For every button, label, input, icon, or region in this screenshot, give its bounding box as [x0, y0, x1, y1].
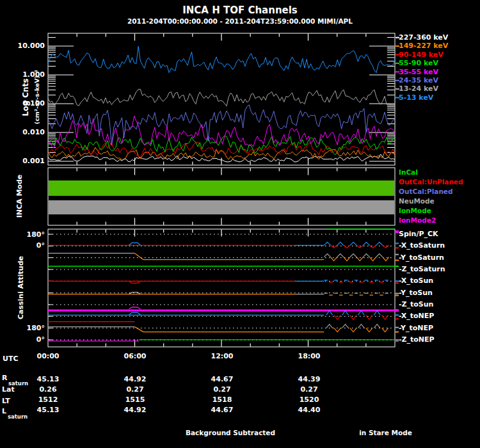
legend-att-x-nep: -X_toNEP [399, 310, 445, 322]
legend-att-y-sun: -Y_toSun [399, 287, 445, 299]
legend-att-z-sun: -Z_toSun [399, 299, 445, 310]
legend-att-z-saturn: -Z_toSaturn [399, 264, 445, 275]
mode-legend: InCal OutCal:UnPlaned OutCal:Planed NeuM… [399, 168, 463, 225]
inca-tof-plot-window: INCA H TOF Channels 2011-204T00:00:00.00… [0, 0, 480, 448]
utc-tick-0600: 06:00 [109, 352, 161, 360]
table-cell: 44.40 [284, 406, 335, 414]
legend-mode-incal: InCal [399, 168, 463, 177]
table-row-sublabel-lsaturn: saturn [8, 413, 28, 420]
attitude-ytick-0-top: 0° [8, 241, 45, 250]
attitude-ytick-180-bot: 180° [8, 324, 45, 332]
legend-channel-35-55: 35-55 keV [399, 68, 448, 76]
table-cell: 1518 [196, 396, 248, 404]
legend-channel-90-149: 90-149 keV [399, 51, 448, 59]
table-cell: 0.27 [196, 385, 248, 394]
legend-att-y-nep: -Y_toNEP [399, 323, 445, 334]
table-row-label-rsaturn: R [2, 374, 7, 382]
utc-tick-1800: 18:00 [284, 352, 335, 360]
table-cell: 45.13 [22, 375, 74, 383]
table-cell: 45.13 [22, 406, 74, 414]
legend-mode-outcal-planed: OutCal:Planed [399, 187, 463, 196]
table-cell: 0.26 [22, 385, 74, 394]
legend-att-x-sun: -X_toSun [399, 275, 445, 287]
legend-att-y-saturn: -Y_toSaturn [399, 252, 445, 264]
legend-mode-ionmode2: IonMode2 [399, 216, 463, 225]
table-cell: 0.27 [284, 385, 335, 394]
table-cell: 44.67 [196, 375, 248, 383]
table-row-label-lsaturn: L [2, 407, 6, 415]
legend-channel-13-24: 13-24 keV [399, 84, 448, 93]
spectral-legend: 227-360 keV 149-227 keV 90-149 keV 55-90… [399, 33, 448, 102]
legend-channel-149-227: 149-227 keV [399, 42, 448, 50]
legend-mode-ionmode: IonMode [399, 206, 463, 216]
legend-channel-24-35: 24-35 keV [399, 76, 448, 84]
legend-mode-neumode: NeuMode [399, 196, 463, 206]
spectral-ylabel-units: (cm²-sr-s-keV)⁻¹ [33, 33, 40, 161]
attitude-ytick-0-bot: 0° [8, 335, 45, 344]
table-cell: 1515 [109, 396, 161, 404]
legend-att-z-nep: -Z_toNEP [399, 334, 445, 346]
table-cell: 44.39 [284, 375, 335, 383]
utc-tick-0000: 00:00 [22, 352, 74, 360]
table-cell: 0.27 [109, 385, 161, 394]
legend-channel-5-13: 5-13 keV [399, 93, 448, 102]
table-cell: 44.67 [196, 406, 248, 414]
stare-mode-note: in Stare Mode [346, 429, 426, 436]
table-cell: 44.92 [109, 406, 161, 414]
table-row-label-lat: Lat [2, 385, 15, 394]
legend-channel-55-90: 55-90 keV [399, 59, 448, 67]
legend-att-spin: Spin/P_CK [399, 228, 445, 240]
legend-att-x-saturn: -X_toSaturn [399, 240, 445, 252]
table-cell: 1520 [284, 396, 335, 404]
table-cell: 1512 [22, 396, 74, 404]
attitude-ytick-180-top: 180° [8, 230, 45, 239]
background-subtracted-note: Background Subtracted [179, 429, 282, 436]
legend-channel-227-360: 227-360 keV [399, 33, 448, 42]
utc-axis-label: UTC [3, 355, 19, 363]
table-cell: 44.92 [109, 375, 161, 383]
attitude-legend: Spin/P_CK -X_toSaturn -Y_toSaturn -Z_toS… [399, 228, 445, 346]
table-row-label-lt: LT [2, 397, 10, 405]
legend-mode-outcal-unplaned: OutCal:UnPlaned [399, 177, 463, 187]
utc-tick-1200: 12:00 [196, 352, 248, 360]
